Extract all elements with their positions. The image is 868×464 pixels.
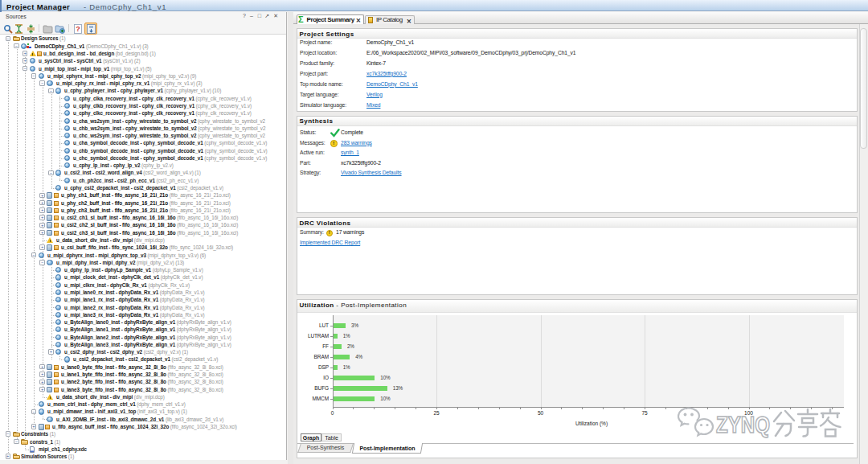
svg-text:ZYNQ: ZYNQ: [716, 411, 770, 437]
svg-text:?: ?: [76, 25, 80, 33]
